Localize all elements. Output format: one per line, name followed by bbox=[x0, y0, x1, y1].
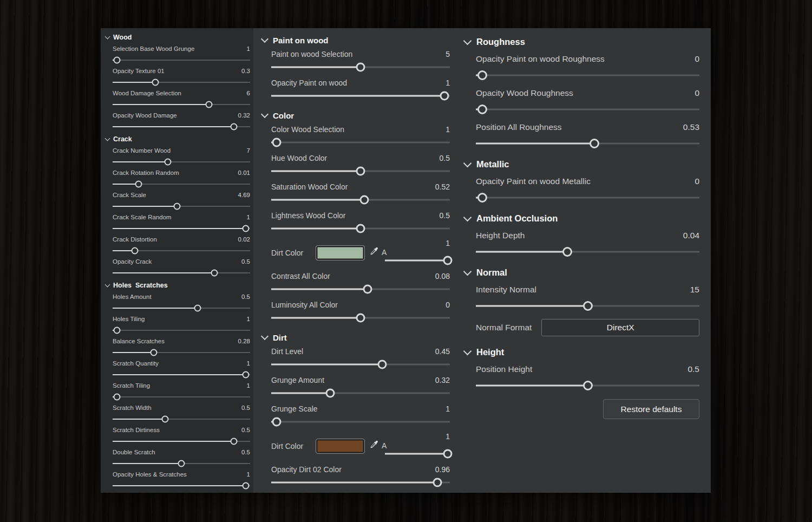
slider-handle[interactable] bbox=[356, 167, 365, 176]
slider-track[interactable] bbox=[113, 352, 250, 353]
slider-track[interactable] bbox=[113, 485, 250, 486]
slider-track[interactable] bbox=[113, 60, 250, 61]
slider-lightness-wood-color[interactable] bbox=[271, 224, 450, 233]
slider-opacity-wood-roughness[interactable] bbox=[476, 105, 699, 114]
slider-handle[interactable] bbox=[230, 123, 237, 130]
slider-track[interactable] bbox=[476, 197, 699, 199]
slider-handle[interactable] bbox=[243, 482, 250, 490]
slider-handle[interactable] bbox=[443, 256, 453, 265]
slider-scratch-quantity[interactable] bbox=[113, 371, 250, 379]
color-swatch[interactable] bbox=[316, 245, 365, 260]
slider-handle[interactable] bbox=[583, 301, 593, 311]
alpha-slider[interactable] bbox=[385, 449, 450, 458]
section-header-ambient-occlusion[interactable]: Ambient Occlusion bbox=[464, 211, 699, 225]
slider-handle[interactable] bbox=[359, 195, 369, 205]
slider-track[interactable] bbox=[113, 82, 250, 83]
slider-grunge-amount[interactable] bbox=[271, 389, 450, 397]
slider-double-scratch[interactable] bbox=[113, 460, 250, 467]
slider-track[interactable] bbox=[271, 142, 450, 143]
section-header-wood[interactable]: Wood bbox=[106, 32, 250, 42]
section-header-dirt[interactable]: Dirt bbox=[262, 331, 450, 344]
slider-handle[interactable] bbox=[152, 79, 159, 86]
slider-handle[interactable] bbox=[164, 159, 171, 166]
alpha-slider[interactable] bbox=[385, 256, 450, 265]
slider-crack-rotation-random[interactable] bbox=[113, 180, 250, 188]
eyedropper-icon[interactable] bbox=[369, 246, 379, 256]
slider-handle[interactable] bbox=[477, 70, 487, 80]
slider-track[interactable] bbox=[113, 104, 250, 105]
slider-handle[interactable] bbox=[178, 460, 185, 467]
slider-handle[interactable] bbox=[161, 416, 168, 423]
slider-track[interactable] bbox=[271, 289, 450, 290]
slider-crack-number-wood[interactable] bbox=[113, 158, 250, 166]
slider-saturation-wood-color[interactable] bbox=[271, 195, 450, 204]
slider-opacity-crack[interactable] bbox=[113, 269, 250, 277]
slider-handle[interactable] bbox=[325, 389, 335, 398]
slider-opacity-wood-damage[interactable] bbox=[113, 123, 250, 130]
slider-track[interactable] bbox=[113, 441, 250, 442]
slider-opacity-paint-on-wood[interactable] bbox=[271, 92, 450, 100]
slider-track[interactable] bbox=[113, 126, 250, 127]
slider-handle[interactable] bbox=[272, 138, 281, 147]
slider-track[interactable] bbox=[385, 453, 450, 455]
slider-handle[interactable] bbox=[356, 224, 365, 233]
slider-handle[interactable] bbox=[113, 394, 120, 401]
slider-handle[interactable] bbox=[150, 349, 158, 356]
section-header-roughness[interactable]: Roughness bbox=[464, 35, 699, 49]
slider-track[interactable] bbox=[113, 419, 250, 420]
slider-selection-base-wood-grunge[interactable] bbox=[113, 56, 250, 64]
slider-scratch-dirtiness[interactable] bbox=[113, 438, 250, 445]
section-header-color[interactable]: Color bbox=[262, 109, 450, 122]
slider-position-all-roughness[interactable] bbox=[476, 139, 699, 148]
section-header-height[interactable]: Height bbox=[464, 345, 699, 359]
slider-track[interactable] bbox=[271, 393, 450, 394]
slider-track[interactable] bbox=[113, 206, 250, 207]
section-header-paint-on-wood[interactable]: Paint on wood bbox=[262, 34, 450, 47]
slider-crack-distortion[interactable] bbox=[113, 247, 250, 255]
slider-handle[interactable] bbox=[131, 247, 138, 255]
section-header-normal[interactable]: Normal bbox=[464, 265, 699, 279]
slider-holes-tiling[interactable] bbox=[113, 327, 250, 334]
slider-handle[interactable] bbox=[113, 327, 120, 334]
slider-position-height[interactable] bbox=[476, 381, 699, 390]
slider-track[interactable] bbox=[113, 330, 250, 331]
slider-track[interactable] bbox=[113, 184, 250, 185]
slider-contrast-all-color[interactable] bbox=[271, 285, 450, 293]
section-header-holes-scratches[interactable]: Holes Scratches bbox=[106, 280, 250, 290]
slider-handle[interactable] bbox=[433, 478, 442, 487]
slider-handle[interactable] bbox=[211, 270, 218, 277]
slider-handle[interactable] bbox=[443, 449, 453, 459]
section-header-metallic[interactable]: Metallic bbox=[464, 157, 699, 171]
slider-opacity-holes-scratches[interactable] bbox=[113, 482, 250, 490]
slider-hue-wood-color[interactable] bbox=[271, 167, 450, 175]
slider-wood-damage-selection[interactable] bbox=[113, 101, 250, 108]
eyedropper-icon[interactable] bbox=[369, 440, 379, 449]
slider-track[interactable] bbox=[476, 251, 699, 253]
slider-handle[interactable] bbox=[194, 305, 201, 312]
slider-handle[interactable] bbox=[113, 57, 120, 64]
slider-handle[interactable] bbox=[377, 360, 387, 369]
slider-track[interactable] bbox=[113, 161, 250, 162]
restore-defaults-button[interactable]: Restore defaults bbox=[603, 399, 699, 419]
slider-handle[interactable] bbox=[230, 438, 237, 445]
slider-track[interactable] bbox=[476, 75, 699, 76]
slider-balance-scratches[interactable] bbox=[113, 349, 250, 356]
slider-track[interactable] bbox=[113, 396, 250, 397]
slider-track[interactable] bbox=[113, 272, 250, 273]
slider-handle[interactable] bbox=[135, 181, 142, 188]
slider-track[interactable] bbox=[113, 374, 250, 375]
slider-opacity-paint-on-wood-metallic[interactable] bbox=[476, 193, 699, 203]
slider-handle[interactable] bbox=[205, 101, 212, 108]
slider-luminosity-all-color[interactable] bbox=[271, 314, 450, 322]
slider-crack-scale-random[interactable] bbox=[113, 225, 250, 232]
slider-handle[interactable] bbox=[356, 63, 365, 72]
slider-opacity-texture-01[interactable] bbox=[113, 79, 250, 86]
slider-crack-scale[interactable] bbox=[113, 203, 250, 210]
slider-intensity-normal[interactable] bbox=[476, 301, 699, 311]
slider-handle[interactable] bbox=[590, 139, 599, 148]
slider-track[interactable] bbox=[271, 482, 450, 484]
slider-handle[interactable] bbox=[477, 105, 487, 114]
slider-opacity-paint-on-wood-roughness[interactable] bbox=[476, 70, 699, 80]
slider-handle[interactable] bbox=[243, 371, 250, 379]
slider-color-wood-selection[interactable] bbox=[271, 138, 450, 147]
